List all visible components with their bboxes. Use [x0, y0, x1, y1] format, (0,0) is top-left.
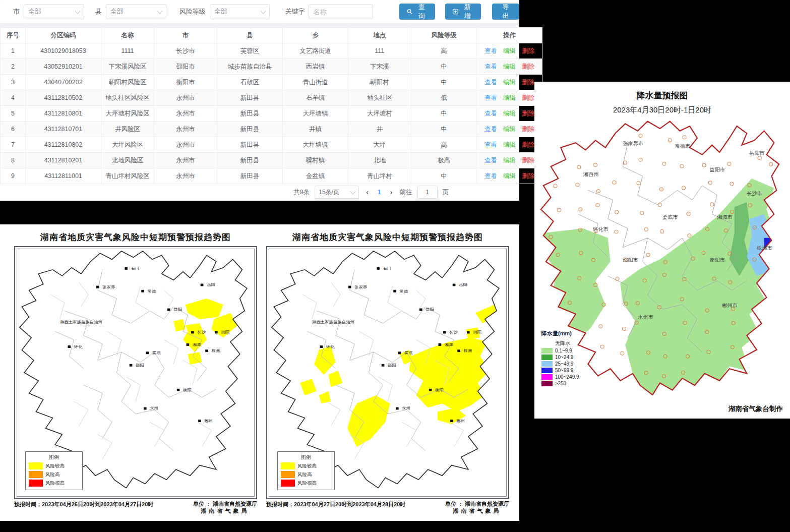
action-edit-link[interactable]: 编辑: [503, 63, 516, 70]
action-edit-link[interactable]: 编辑: [503, 141, 516, 148]
chevron-down-icon: [157, 8, 162, 14]
map-city-label: 永州: [402, 406, 410, 410]
legend-swatch: [29, 462, 43, 469]
table-cell: 永州市: [154, 153, 217, 168]
table-actions-cell: 查看编辑删除: [477, 137, 542, 153]
action-edit-link[interactable]: 编辑: [503, 110, 516, 117]
legend-title: 图例: [29, 454, 79, 461]
action-edit-link[interactable]: 编辑: [503, 172, 516, 180]
search-button[interactable]: 查询: [399, 4, 435, 20]
action-edit-link[interactable]: 编辑: [503, 47, 516, 54]
add-button[interactable]: 新增: [445, 4, 481, 20]
action-delete-link[interactable]: 删除: [522, 94, 534, 101]
map-city-label: 郴州: [204, 419, 213, 423]
action-delete-link[interactable]: 删除: [522, 110, 534, 117]
table-cell: 大坪: [348, 137, 411, 153]
action-view-link[interactable]: 查看: [484, 63, 497, 70]
forecast-time-text: 预报时间：2023年04月26日20时到2023年04月27日20时: [14, 501, 153, 515]
table-cell: 大坪塘村: [348, 106, 411, 122]
table-cell: 青山坪村: [348, 168, 411, 184]
table-cell: 石羊镇: [283, 90, 348, 106]
action-view-link[interactable]: 查看: [484, 172, 497, 180]
map-city-label: 长沙: [197, 330, 206, 334]
table-cell: 6: [1, 122, 26, 137]
legend-swatch: [281, 471, 295, 478]
legend-item: 25~49.9: [541, 361, 607, 367]
table-cell: 新田县: [217, 153, 283, 168]
legend-label: 风险高: [297, 471, 312, 478]
table-cell: 石鼓区: [217, 75, 283, 90]
map-city-label: 张家界: [102, 285, 115, 289]
action-delete-link[interactable]: 删除: [522, 141, 534, 148]
page-number-current[interactable]: 1: [376, 189, 383, 196]
action-delete-link[interactable]: 删除: [522, 172, 534, 180]
next-page-button[interactable]: ›: [388, 188, 395, 196]
legend-swatch: [281, 480, 295, 487]
chevron-down-icon: [261, 8, 266, 14]
action-view-link[interactable]: 查看: [484, 47, 497, 54]
map-city-label: 株洲市: [756, 246, 773, 251]
legend-swatch: [29, 471, 43, 478]
action-edit-link[interactable]: 编辑: [503, 79, 516, 86]
map-city-label: 岳阳: [207, 283, 215, 287]
table-cell: 永州市: [154, 90, 217, 106]
action-view-link[interactable]: 查看: [484, 141, 497, 148]
goto-page-input[interactable]: [417, 186, 438, 199]
table-cell: 永州市: [154, 122, 217, 137]
search-button-label: 查询: [415, 3, 428, 21]
map-legend-1: 图例 风险较高风险高风险很高: [25, 451, 83, 490]
table-cell: 43112811001: [26, 168, 101, 184]
prev-page-button[interactable]: ‹: [364, 188, 371, 196]
table-cell: 新田县: [217, 106, 283, 122]
table-cell: 高: [411, 137, 477, 153]
export-button-label: 导出: [500, 3, 512, 21]
action-view-link[interactable]: 查看: [484, 126, 497, 133]
table-cell: 43112810801: [26, 106, 101, 122]
table-row: 143010290180531111长沙市芙蓉区文艺路街道111高查看编辑删除: [1, 43, 542, 59]
action-delete-link[interactable]: 删除: [522, 47, 534, 54]
action-view-link[interactable]: 查看: [484, 157, 497, 164]
action-delete-link[interactable]: 删除: [522, 79, 534, 86]
table-cell: 极高: [411, 153, 477, 168]
action-delete-link[interactable]: 删除: [522, 157, 534, 164]
risk-level-select[interactable]: 全部: [210, 4, 270, 19]
table-actions-cell: 查看编辑删除: [477, 122, 542, 137]
action-view-link[interactable]: 查看: [484, 94, 497, 101]
unit-line-1: 单位 ： 湖南省自然资源厅: [445, 501, 509, 508]
table-cell: 高: [411, 43, 477, 59]
table-cell: 地头社区风险区: [101, 90, 154, 106]
legend-label: 0.1~9.9: [555, 348, 572, 353]
map-city-label: 邵阳: [136, 363, 144, 367]
rain-legend-title: 降水量(mm): [541, 330, 607, 337]
map-city-label: 湘潭: [193, 342, 201, 346]
county-select[interactable]: 全部: [106, 4, 166, 19]
page-size-select[interactable]: 15条/页: [315, 186, 359, 199]
issuing-unit-text: 单位 ： 湖南省自然资源厅 湖南省气象局: [445, 501, 509, 515]
table-cell: 西岩镇: [283, 59, 348, 75]
table-row: 943112811001青山坪村风险区永州市新田县金盆镇青山坪村中查看编辑删除: [1, 168, 542, 184]
table-cell: 43112810802: [26, 137, 101, 153]
legend-swatch: [281, 462, 295, 469]
map-city-label: 浏阳: [473, 330, 481, 334]
table-header-cell: 地点: [348, 28, 411, 43]
action-edit-link[interactable]: 编辑: [503, 126, 516, 133]
action-view-link[interactable]: 查看: [484, 79, 497, 86]
action-view-link[interactable]: 查看: [484, 110, 497, 117]
table-actions-cell: 查看编辑删除: [477, 90, 542, 106]
table-cell: 井: [348, 122, 411, 137]
keyword-input[interactable]: [309, 4, 373, 19]
map-city-label: 浏阳: [221, 330, 229, 334]
map-city-label: 株洲: [463, 349, 472, 353]
export-button[interactable]: 导出: [492, 4, 519, 20]
action-edit-link[interactable]: 编辑: [503, 94, 516, 101]
map-footer-1: 预报时间：2023年04月26日20时到2023年04月27日20时 单位 ： …: [14, 501, 257, 515]
action-delete-link[interactable]: 删除: [522, 126, 534, 133]
table-cell: 43112810201: [26, 153, 101, 168]
action-edit-link[interactable]: 编辑: [503, 157, 516, 164]
map-city-label: 湘潭市: [717, 214, 733, 220]
city-select[interactable]: 全部: [24, 4, 84, 19]
table-cell: 北地: [348, 153, 411, 168]
action-delete-link[interactable]: 删除: [522, 63, 534, 70]
table-header-cell: 县: [217, 28, 283, 43]
map-frame: 石门张家界常德岳阳益阳长沙浏阳湘西土家族苗族自治州湘潭株洲娄底怀化邵阳衡阳永州郴…: [266, 246, 509, 499]
